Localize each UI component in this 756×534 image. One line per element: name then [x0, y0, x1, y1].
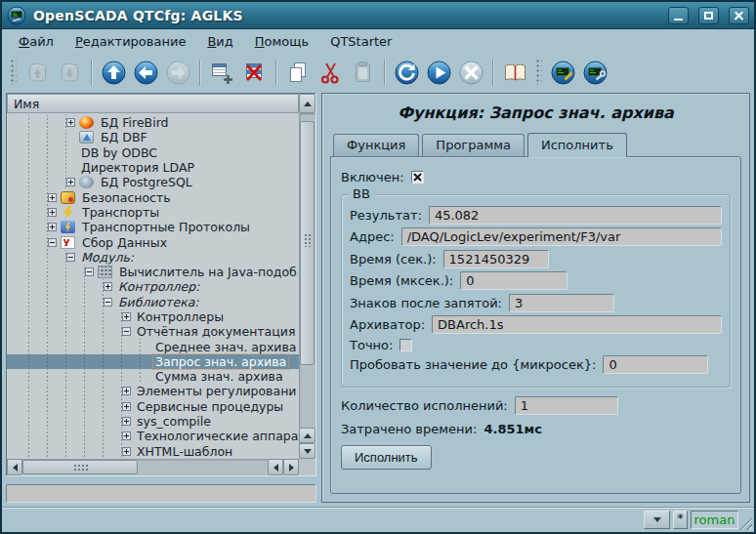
tree-row[interactable]: Запрос знач. архива — [7, 354, 299, 369]
tree-row[interactable]: Среднее знач. архива — [7, 339, 299, 353]
tree-row[interactable]: Элементы регулировани — [7, 384, 299, 398]
time-usec-field[interactable] — [460, 271, 567, 290]
tree-row[interactable]: Технологические аппарат — [7, 429, 299, 443]
expand-toggle[interactable] — [122, 447, 131, 456]
expand-toggle[interactable] — [122, 312, 131, 321]
tree-row[interactable]: DB by ODBC — [7, 145, 299, 160]
expand-toggle[interactable] — [66, 253, 75, 262]
maximize-button[interactable] — [698, 7, 719, 24]
expand-toggle[interactable] — [104, 282, 112, 291]
tree-row[interactable]: Контроллеры — [7, 309, 299, 324]
copy-icon — [285, 60, 312, 86]
tree-row[interactable]: Сервисные процедуры — [7, 399, 299, 414]
resize-grip[interactable] — [739, 517, 752, 530]
tree-row[interactable]: БД DBF — [7, 130, 299, 144]
tree-indent — [11, 115, 66, 130]
tree-row[interactable]: Отчётная документация — [7, 324, 299, 339]
archiver-field[interactable] — [432, 315, 722, 334]
exact-checkbox[interactable] — [399, 339, 412, 351]
tree-horizontal-scrollbar[interactable] — [7, 459, 299, 475]
menu-item[interactable]: Редактирование — [66, 32, 194, 51]
enabled-checkbox[interactable] — [411, 171, 424, 184]
expand-toggle[interactable] — [104, 298, 112, 307]
manual-button[interactable] — [499, 57, 531, 88]
start-button[interactable] — [423, 57, 455, 88]
menu-item[interactable]: Помощь — [246, 32, 317, 51]
tree-filter-field[interactable] — [6, 484, 316, 503]
vision-runtime-button[interactable] — [579, 57, 611, 88]
tab[interactable]: Функция — [333, 134, 419, 156]
status-dropdown-button[interactable] — [644, 511, 670, 529]
exec-count-field[interactable] — [515, 396, 618, 415]
vision-developing-button[interactable] — [547, 57, 579, 88]
tree-item-label: Технологические аппарат — [135, 429, 299, 443]
refresh-button[interactable] — [391, 57, 423, 88]
delete-item-button[interactable] — [238, 57, 271, 88]
tree-row[interactable]: Директория LDAP — [7, 160, 299, 175]
menu-item[interactable]: Вид — [198, 32, 241, 51]
tree-row[interactable]: Транспортные Протоколы — [7, 220, 299, 234]
expand-toggle[interactable] — [48, 193, 57, 202]
tree-row[interactable]: Безопасность — [7, 189, 299, 204]
scroll-left-icon — [270, 464, 278, 472]
expand-toggle[interactable] — [48, 208, 57, 217]
expand-toggle[interactable] — [122, 431, 131, 440]
expand-toggle[interactable] — [122, 387, 131, 395]
tree-row[interactable]: Транспорты — [7, 205, 299, 220]
scroll-up-button[interactable] — [299, 94, 315, 113]
minimize-icon — [674, 19, 683, 21]
tree-row[interactable]: Библиотека: — [7, 295, 299, 309]
vertical-scrollbar-thumb[interactable] — [300, 121, 315, 365]
tree-row[interactable]: Вычислитель на Java-подоб — [7, 265, 299, 279]
copy-button[interactable] — [282, 57, 315, 88]
scroll-right-button[interactable] — [283, 459, 299, 475]
address-field[interactable] — [401, 227, 722, 246]
scroll-up-button[interactable] — [299, 428, 315, 443]
cut-button[interactable] — [315, 57, 347, 88]
execute-button[interactable]: Исполнить — [341, 445, 432, 470]
add-item-button[interactable] — [206, 57, 238, 88]
toolbar-drag-handle[interactable] — [11, 60, 17, 85]
expand-toggle[interactable] — [85, 267, 94, 276]
up-button[interactable] — [98, 57, 130, 88]
tree-row[interactable]: БД PostgreSQL — [7, 175, 299, 189]
expand-toggle[interactable] — [66, 118, 75, 127]
expand-toggle[interactable] — [48, 238, 57, 247]
time-sec-field[interactable] — [443, 250, 549, 268]
tree-indent — [11, 429, 122, 443]
tab[interactable]: Исполнить — [527, 133, 627, 157]
horizontal-scrollbar-thumb[interactable] — [22, 460, 138, 474]
result-field[interactable] — [429, 206, 722, 225]
tree-row[interactable]: Сбор Данных — [7, 234, 299, 249]
expand-toggle[interactable] — [48, 223, 57, 231]
expand-toggle[interactable] — [122, 402, 131, 411]
scroll-down-button[interactable] — [299, 443, 315, 459]
tree-row[interactable]: БД FireBird — [7, 115, 299, 130]
scroll-left-button[interactable] — [7, 459, 22, 475]
stop-button[interactable] — [455, 57, 487, 88]
titlebar[interactable]: OpenSCADA QTCfg: AGLKS — [2, 2, 754, 29]
minimize-button[interactable] — [668, 7, 689, 24]
digits-field[interactable] — [509, 294, 614, 312]
tree-vertical-scrollbar[interactable] — [299, 113, 315, 459]
current-user-badge[interactable]: roman — [691, 511, 738, 529]
expand-toggle[interactable] — [122, 327, 131, 336]
close-button[interactable] — [729, 7, 749, 24]
menu-item[interactable]: Файл — [10, 32, 63, 51]
scroll-left-button[interactable] — [268, 459, 283, 475]
tree-column-header[interactable]: Имя — [7, 94, 299, 113]
back-button[interactable] — [130, 57, 162, 88]
toolbar-drag-handle[interactable] — [536, 60, 542, 85]
expand-toggle[interactable] — [66, 178, 75, 186]
probe-field[interactable] — [603, 355, 708, 374]
tree-row[interactable]: XHTML-шаблон — [7, 444, 299, 459]
status-star-button[interactable]: * — [673, 511, 688, 529]
tree-row[interactable]: Контроллер: — [7, 279, 299, 294]
menu-item[interactable]: QTStarter — [321, 32, 400, 51]
address-label: Адрес: — [350, 229, 395, 244]
expand-toggle[interactable] — [122, 417, 131, 426]
tree-row[interactable]: sys_compile — [7, 414, 299, 429]
tree-row[interactable]: Модуль: — [7, 250, 299, 265]
tree-row[interactable]: Сумма знач. архива — [7, 369, 299, 384]
tab[interactable]: Программа — [422, 134, 525, 156]
